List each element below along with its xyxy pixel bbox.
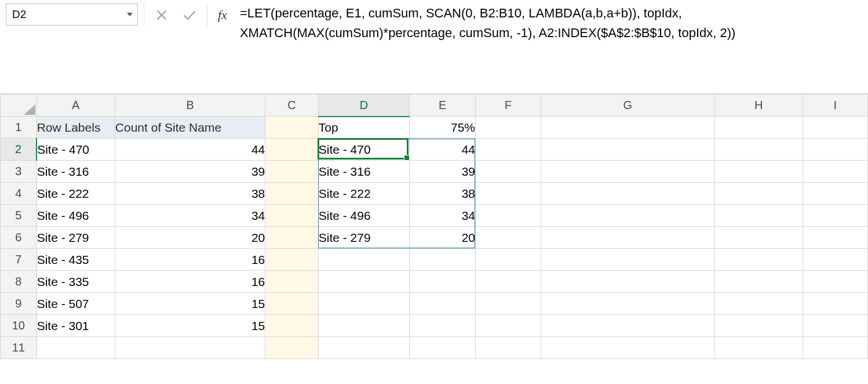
cell-I11[interactable] — [803, 337, 868, 359]
cell-E8[interactable] — [410, 271, 476, 293]
cell-E3[interactable]: 39 — [410, 161, 476, 183]
row-header-11[interactable]: 11 — [1, 337, 37, 359]
cell-E10[interactable] — [410, 315, 476, 337]
row-header-10[interactable]: 10 — [1, 315, 37, 337]
cell-F6[interactable] — [476, 227, 541, 249]
cell-A2[interactable]: Site - 470 — [37, 139, 115, 161]
cell-B1[interactable]: Count of Site Name — [115, 117, 265, 139]
col-header-I[interactable]: I — [803, 95, 868, 117]
cell-C1[interactable] — [265, 117, 318, 139]
cell-E4[interactable]: 38 — [410, 183, 476, 205]
cell-B4[interactable]: 38 — [115, 183, 265, 205]
cell-F7[interactable] — [476, 249, 541, 271]
cell-D5[interactable]: Site - 496 — [318, 205, 410, 227]
cell-H1[interactable] — [715, 117, 803, 139]
name-box[interactable]: D2 — [6, 3, 138, 26]
cell-H5[interactable] — [715, 205, 803, 227]
cell-I1[interactable] — [803, 117, 868, 139]
cell-G5[interactable] — [541, 205, 714, 227]
col-header-G[interactable]: G — [541, 95, 714, 117]
cell-F11[interactable] — [476, 337, 541, 359]
cell-C3[interactable] — [265, 161, 318, 183]
cell-E5[interactable]: 34 — [410, 205, 476, 227]
cell-C6[interactable] — [265, 227, 318, 249]
cell-A10[interactable]: Site - 301 — [37, 315, 115, 337]
cell-G1[interactable] — [541, 117, 714, 139]
cell-E9[interactable] — [410, 293, 476, 315]
cell-H3[interactable] — [715, 161, 803, 183]
cell-D11[interactable] — [318, 337, 410, 359]
cell-A3[interactable]: Site - 316 — [37, 161, 115, 183]
row-header-1[interactable]: 1 — [1, 117, 37, 139]
cell-B7[interactable]: 16 — [115, 249, 265, 271]
select-all-corner[interactable] — [1, 95, 37, 117]
cell-G2[interactable] — [541, 139, 714, 161]
cell-I3[interactable] — [803, 161, 868, 183]
cell-C11[interactable] — [265, 337, 318, 359]
cancel-icon[interactable] — [149, 4, 174, 26]
cell-G3[interactable] — [541, 161, 714, 183]
row-header-7[interactable]: 7 — [1, 249, 37, 271]
cell-I4[interactable] — [803, 183, 868, 205]
col-header-F[interactable]: F — [476, 95, 541, 117]
cell-A5[interactable]: Site - 496 — [37, 205, 115, 227]
cell-B10[interactable]: 15 — [115, 315, 265, 337]
cell-E11[interactable] — [410, 337, 476, 359]
chevron-down-icon[interactable] — [127, 13, 133, 16]
cell-F9[interactable] — [476, 293, 541, 315]
cell-A1[interactable]: Row Labels — [37, 117, 115, 139]
row-header-6[interactable]: 6 — [1, 227, 37, 249]
cell-B5[interactable]: 34 — [115, 205, 265, 227]
cell-I10[interactable] — [803, 315, 868, 337]
cell-F8[interactable] — [476, 271, 541, 293]
cell-F1[interactable] — [476, 117, 541, 139]
col-header-B[interactable]: B — [115, 95, 265, 117]
row-header-2[interactable]: 2 — [1, 139, 37, 161]
cell-H4[interactable] — [715, 183, 803, 205]
cell-D6[interactable]: Site - 279 — [318, 227, 410, 249]
cell-I2[interactable] — [803, 139, 868, 161]
cell-C8[interactable] — [265, 271, 318, 293]
cell-B8[interactable]: 16 — [115, 271, 265, 293]
cell-C2[interactable] — [265, 139, 318, 161]
col-header-A[interactable]: A — [37, 95, 115, 117]
cell-F2[interactable] — [476, 139, 541, 161]
cell-I6[interactable] — [803, 227, 868, 249]
cell-F10[interactable] — [476, 315, 541, 337]
cell-G10[interactable] — [541, 315, 714, 337]
cell-H9[interactable] — [715, 293, 803, 315]
row-header-9[interactable]: 9 — [1, 293, 37, 315]
cell-A6[interactable]: Site - 279 — [37, 227, 115, 249]
cell-B11[interactable] — [115, 337, 265, 359]
cell-B6[interactable]: 20 — [115, 227, 265, 249]
col-header-C[interactable]: C — [265, 95, 318, 117]
formula-input[interactable]: =LET(percentage, E1, cumSum, SCAN(0, B2:… — [236, 0, 839, 46]
cell-F4[interactable] — [476, 183, 541, 205]
cell-B2[interactable]: 44 — [115, 139, 265, 161]
row-header-5[interactable]: 5 — [1, 205, 37, 227]
cell-G7[interactable] — [541, 249, 714, 271]
cell-E1[interactable]: 75% — [410, 117, 476, 139]
cell-D7[interactable] — [318, 249, 410, 271]
cell-E2[interactable]: 44 — [410, 139, 476, 161]
cell-F3[interactable] — [476, 161, 541, 183]
cell-A11[interactable] — [37, 337, 115, 359]
cell-G6[interactable] — [541, 227, 714, 249]
cell-A4[interactable]: Site - 222 — [37, 183, 115, 205]
cell-C4[interactable] — [265, 183, 318, 205]
cell-I9[interactable] — [803, 293, 868, 315]
enter-icon[interactable] — [177, 4, 202, 26]
row-header-3[interactable]: 3 — [1, 161, 37, 183]
cell-I8[interactable] — [803, 271, 868, 293]
spreadsheet-grid[interactable]: A B C D E F G H I 1 Row Labels Count of … — [0, 94, 868, 359]
cell-C7[interactable] — [265, 249, 318, 271]
cell-G8[interactable] — [541, 271, 714, 293]
col-header-H[interactable]: H — [715, 95, 803, 117]
cell-D4[interactable]: Site - 222 — [318, 183, 410, 205]
cell-D10[interactable] — [318, 315, 410, 337]
cell-D1[interactable]: Top — [318, 117, 410, 139]
cell-C9[interactable] — [265, 293, 318, 315]
fx-icon[interactable]: fx — [212, 8, 233, 23]
cell-H7[interactable] — [715, 249, 803, 271]
cell-H2[interactable] — [715, 139, 803, 161]
